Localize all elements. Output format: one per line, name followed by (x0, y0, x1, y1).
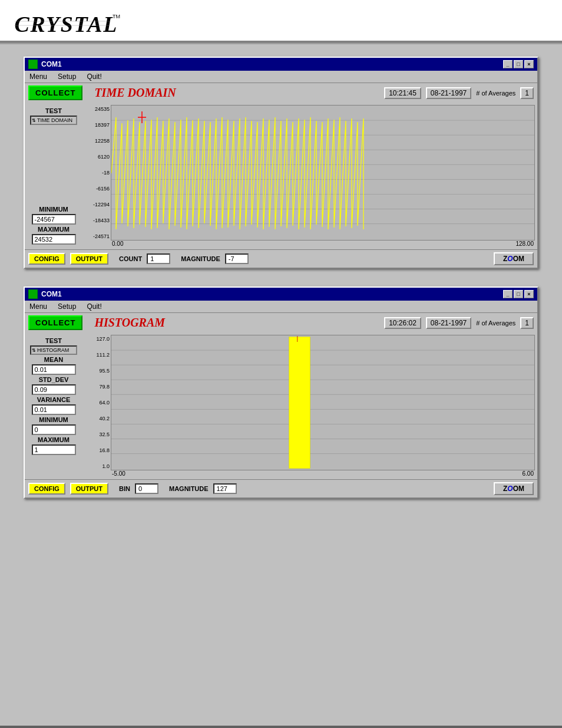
panel-time-1: 10:21:45 08-21-1997 # of Averages 1 (384, 87, 534, 99)
window-icon-2 (28, 289, 38, 299)
y-axis-2: 127.0 111.2 95.5 79.8 64.0 40.2 32.5 16.… (82, 335, 111, 470)
bin-value-2: 0 (135, 483, 158, 494)
panel-title-1: TIME DOMAIN (94, 86, 176, 100)
collect-button-2[interactable]: COLLECT (28, 315, 82, 330)
bottom-bar-2: CONFIG OUTPUT BIN 0 MAGNITUDE 127 ZOOM (25, 479, 537, 498)
window-title-1: COM1 (41, 60, 62, 68)
y2-label-8: 1.0 (84, 463, 110, 469)
header: CRYSTAL TM (0, 0, 562, 42)
menu-menu-1[interactable]: Menu (27, 72, 49, 81)
magnitude-label-1: MAGNITUDE (181, 255, 220, 262)
avg-value-2: 1 (520, 317, 534, 329)
x-min-1: 0.00 (112, 241, 123, 247)
titlebar-left-2: COM1 (28, 289, 62, 299)
dropdown-value-2: HISTOGRAM (37, 347, 69, 353)
window-controls-2[interactable]: _ □ × (503, 290, 534, 298)
y2-label-1: 111.2 (84, 352, 110, 358)
footer-bar (0, 726, 562, 728)
x-axis-1: 0.00 128.00 (111, 241, 535, 247)
menu-quit-1[interactable]: Quit! (84, 72, 104, 81)
time-display-2: 10:26:02 (384, 317, 421, 329)
window-time-domain: COM1 _ □ × Menu Setup Quit! COLLECT TIME… (24, 57, 538, 269)
x-max-2: 6.00 (523, 470, 534, 477)
y-label-1: 18397 (84, 122, 110, 128)
mean-label-2: MEAN (44, 356, 63, 363)
dropdown-value-1: TIME DOMAIN (37, 117, 72, 123)
y-label-4: -18 (84, 170, 110, 176)
x-axis-2: -5.00 6.00 (111, 470, 535, 477)
zoom-text-1: ZOOM (503, 255, 524, 263)
count-label-1: COUNT (119, 255, 142, 262)
panel-title-2: HISTOGRAM (94, 316, 165, 330)
panel-time-2: 10:26:02 08-21-1997 # of Averages 1 (384, 317, 534, 329)
menu-setup-2[interactable]: Setup (55, 302, 78, 311)
date-display-1: 08-21-1997 (426, 87, 471, 99)
menu-menu-2[interactable]: Menu (27, 302, 49, 311)
chart-area-2: 127.0 111.2 95.5 79.8 64.0 40.2 32.5 16.… (82, 335, 535, 477)
variance-value-2: 0.01 (32, 404, 76, 415)
min-label-1: MINIMUM (39, 206, 68, 213)
y2-label-6: 32.5 (84, 431, 110, 437)
left-panel-2: TEST ⇅ HISTOGRAM MEAN 0.01 STD_DEV 0.09 … (27, 335, 80, 477)
window-content-1: TEST ⇅ TIME DOMAIN MINIMUM -24567 MAXIMU… (25, 103, 537, 249)
y-label-3: 6120 (84, 154, 110, 160)
chart-svg-container-1 (111, 105, 535, 241)
max-value-2: 1 (32, 444, 76, 455)
svg-text:TM: TM (113, 14, 120, 19)
variance-label-2: VARIANCE (37, 396, 71, 403)
max-label-1: MAXIMUM (38, 226, 70, 233)
time-display-1: 10:21:45 (384, 87, 421, 99)
min-value-2: 0 (32, 424, 76, 435)
close-btn-1[interactable]: × (524, 60, 534, 68)
menu-setup-1[interactable]: Setup (55, 72, 78, 81)
maximize-btn-1[interactable]: □ (514, 60, 523, 68)
svg-text:|: | (297, 335, 299, 342)
menubar-1: Menu Setup Quit! (25, 71, 537, 83)
window-icon-1 (28, 60, 38, 69)
close-btn-2[interactable]: × (524, 290, 534, 298)
zoom-button-2[interactable]: ZOOM (494, 482, 534, 495)
max-value-1: 24532 (32, 234, 76, 245)
zoom-button-1[interactable]: ZOOM (494, 252, 534, 265)
y2-label-5: 40.2 (84, 416, 110, 421)
output-button-1[interactable]: OUTPUT (70, 253, 108, 265)
std-dev-label-2: STD_DEV (39, 376, 69, 383)
svg-rect-22 (289, 337, 310, 468)
collect-button-1[interactable]: COLLECT (28, 85, 82, 100)
window-content-2: TEST ⇅ HISTOGRAM MEAN 0.01 STD_DEV 0.09 … (25, 332, 537, 479)
bin-label-2: BIN (119, 485, 130, 492)
minimize-btn-2[interactable]: _ (503, 290, 513, 298)
y2-label-3: 79.8 (84, 384, 110, 390)
count-value-1: 1 (147, 253, 170, 264)
bottom-bar-1: CONFIG OUTPUT COUNT 1 MAGNITUDE -7 ZOOM (25, 249, 537, 268)
test-dropdown-2[interactable]: ⇅ HISTOGRAM (30, 345, 77, 355)
zoom-text-2: ZOOM (503, 485, 524, 493)
chart-svg-2: | (111, 335, 534, 470)
left-panel-1: TEST ⇅ TIME DOMAIN MINIMUM -24567 MAXIMU… (27, 105, 80, 247)
output-button-2[interactable]: OUTPUT (70, 483, 108, 495)
test-label-1: TEST (45, 107, 62, 114)
y-label-6: -12294 (84, 202, 110, 207)
min-value-1: -24567 (32, 214, 76, 225)
chart-svg-container-2: | (111, 335, 535, 470)
menu-quit-2[interactable]: Quit! (84, 302, 104, 311)
avg-label-2: # of Averages (476, 319, 515, 327)
logo-container: CRYSTAL TM (12, 6, 550, 41)
test-dropdown-1[interactable]: ⇅ TIME DOMAIN (30, 116, 77, 125)
minimize-btn-1[interactable]: _ (503, 60, 513, 68)
avg-value-1: 1 (520, 87, 534, 99)
config-button-2[interactable]: CONFIG (28, 483, 65, 495)
titlebar-1: COM1 _ □ × (25, 58, 537, 71)
y2-label-7: 16.8 (84, 447, 110, 453)
maximize-btn-2[interactable]: □ (514, 290, 523, 298)
y-label-7: -18433 (84, 218, 110, 223)
y-axis-1: 24535 18397 12258 6120 -18 -6156 -12294 … (82, 105, 111, 241)
config-button-1[interactable]: CONFIG (28, 253, 65, 265)
x-min-2: -5.00 (112, 470, 125, 477)
window-controls-1[interactable]: _ □ × (503, 60, 534, 68)
panel-top-1: COLLECT TIME DOMAIN 10:21:45 08-21-1997 … (25, 83, 537, 103)
magnitude-value-1: -7 (225, 253, 249, 264)
titlebar-2: COM1 _ □ × (25, 288, 537, 301)
y-label-5: -6156 (84, 186, 110, 192)
date-display-2: 08-21-1997 (426, 317, 471, 329)
